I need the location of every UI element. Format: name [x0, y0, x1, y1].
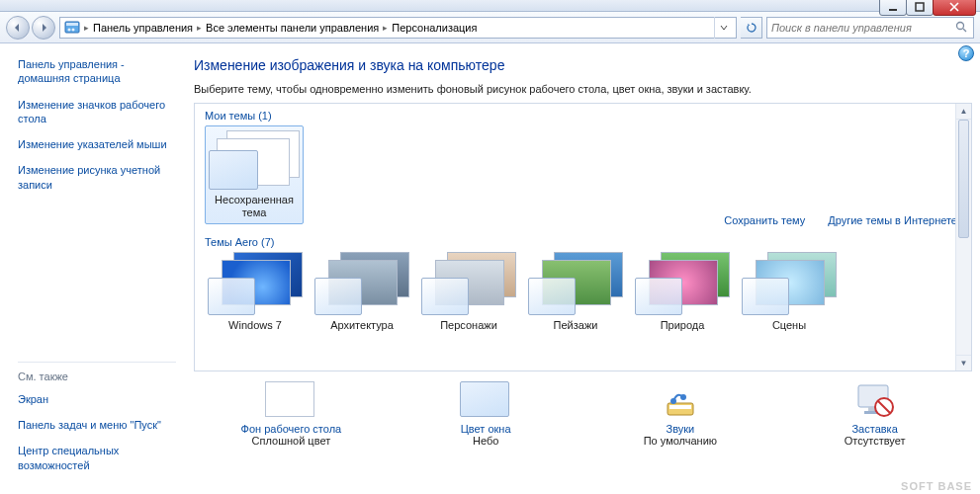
- theme-item[interactable]: Несохраненная тема: [205, 125, 304, 224]
- option-value: Отсутствует: [801, 435, 949, 447]
- navigation-bar: ▸ Панель управления ▸ Все элементы панел…: [0, 12, 980, 43]
- breadcrumb-item[interactable]: Панель управления: [93, 22, 193, 34]
- main-content: ? Изменение изображения и звука на компь…: [188, 43, 980, 494]
- aero-theme-label: Windows 7: [205, 319, 306, 331]
- aero-theme-label: Природа: [632, 319, 733, 331]
- aero-theme-item[interactable]: Сцены: [739, 252, 840, 331]
- saver-icon: [849, 381, 901, 419]
- bg-icon: [265, 381, 316, 419]
- close-button[interactable]: [933, 0, 976, 16]
- sidebar: Панель управления - домашняя страница Из…: [0, 43, 188, 494]
- sidebar-link-desktop-icons[interactable]: Изменение значков рабочего стола: [18, 98, 176, 126]
- chevron-right-icon: ▸: [197, 23, 202, 33]
- sound-icon: [655, 381, 706, 419]
- minimize-button[interactable]: [879, 0, 907, 16]
- personalization-option[interactable]: ЗаставкаОтсутствует: [801, 381, 949, 447]
- svg-rect-1: [916, 3, 924, 11]
- personalization-option[interactable]: Фон рабочего столаСплошной цвет: [217, 381, 365, 447]
- my-themes-row: Несохраненная тема: [205, 125, 961, 224]
- forward-button[interactable]: [32, 16, 55, 40]
- aero-theme-label: Архитектура: [312, 319, 412, 331]
- chevron-right-icon: ▸: [383, 23, 388, 33]
- personalization-options-row: Фон рабочего столаСплошной цветЦвет окна…: [194, 381, 972, 447]
- search-input[interactable]: [771, 22, 954, 34]
- page-title: Изменение изображения и звука на компьют…: [194, 57, 972, 73]
- svg-rect-3: [66, 23, 78, 26]
- scroll-up-button[interactable]: ▲: [956, 104, 971, 120]
- address-bar[interactable]: ▸ Панель управления ▸ Все элементы панел…: [59, 17, 737, 39]
- option-title: Фон рабочего стола: [217, 423, 365, 435]
- svg-point-6: [957, 23, 964, 30]
- personalization-option[interactable]: ЗвукиПо умолчанию: [606, 381, 755, 447]
- see-also-heading: См. также: [18, 362, 176, 382]
- aero-theme-item[interactable]: Природа: [632, 252, 733, 331]
- scroll-thumb[interactable]: [958, 120, 969, 238]
- aero-theme-label: Сцены: [739, 319, 840, 331]
- address-dropdown[interactable]: [714, 17, 732, 39]
- svg-point-10: [680, 394, 686, 400]
- page-subtitle: Выберите тему, чтобы одновременно измени…: [194, 83, 972, 95]
- aero-theme-label: Персонажи: [418, 319, 519, 331]
- option-value: Сплошной цвет: [217, 435, 365, 447]
- theme-label: Несохраненная тема: [208, 194, 301, 219]
- themes-panel: Мои темы (1) Несохраненная тема Сохранит…: [194, 103, 972, 371]
- option-title: Звуки: [606, 423, 755, 435]
- aero-theme-item[interactable]: Персонажи: [418, 252, 519, 331]
- svg-point-4: [68, 28, 71, 31]
- save-theme-link[interactable]: Сохранить тему: [724, 214, 805, 226]
- chevron-right-icon: ▸: [84, 23, 89, 33]
- breadcrumb-item[interactable]: Все элементы панели управления: [206, 22, 379, 34]
- sidebar-link-display[interactable]: Экран: [18, 392, 176, 406]
- breadcrumb-item[interactable]: Персонализация: [392, 22, 477, 34]
- svg-rect-8: [669, 405, 691, 409]
- help-icon[interactable]: ?: [958, 45, 974, 61]
- control-panel-icon: [64, 20, 80, 36]
- aero-theme-label: Пейзажи: [525, 319, 626, 331]
- aero-theme-item[interactable]: Windows 7: [205, 252, 306, 331]
- svg-point-9: [670, 398, 676, 404]
- sidebar-link-mouse-pointers[interactable]: Изменение указателей мыши: [18, 137, 176, 151]
- svg-point-5: [72, 28, 75, 31]
- sidebar-link-taskbar[interactable]: Панель задач и меню "Пуск": [18, 418, 176, 432]
- aero-themes-row: Windows 7АрхитектураПерсонажиПейзажиПрир…: [205, 252, 961, 331]
- scrollbar[interactable]: ▲ ▼: [955, 104, 971, 370]
- maximize-button[interactable]: [906, 0, 934, 16]
- my-themes-heading: Мои темы (1): [205, 110, 961, 122]
- aero-theme-item[interactable]: Пейзажи: [525, 252, 626, 331]
- personalization-option[interactable]: Цвет окнаНебо: [411, 381, 560, 447]
- svg-rect-0: [889, 9, 897, 11]
- option-title: Заставка: [801, 423, 949, 435]
- watermark: SOFT BASE: [901, 480, 972, 492]
- sidebar-link-home[interactable]: Панель управления - домашняя страница: [18, 57, 176, 86]
- sidebar-link-ease-of-access[interactable]: Центр специальных возможностей: [18, 444, 176, 472]
- aero-theme-item[interactable]: Архитектура: [312, 252, 412, 331]
- aero-themes-heading: Темы Aero (7): [205, 236, 961, 248]
- search-box[interactable]: [766, 17, 974, 39]
- more-themes-link[interactable]: Другие темы в Интернете: [828, 214, 957, 226]
- sidebar-link-account-picture[interactable]: Изменение рисунка учетной записи: [18, 163, 176, 192]
- back-button[interactable]: [6, 16, 30, 40]
- option-value: Небо: [411, 435, 560, 447]
- search-icon: [954, 21, 969, 34]
- option-title: Цвет окна: [411, 423, 560, 435]
- refresh-button[interactable]: [741, 17, 762, 39]
- wincolor-icon: [460, 381, 511, 419]
- option-value: По умолчанию: [606, 435, 755, 447]
- window-titlebar: [0, 0, 980, 12]
- scroll-down-button[interactable]: ▼: [956, 355, 971, 370]
